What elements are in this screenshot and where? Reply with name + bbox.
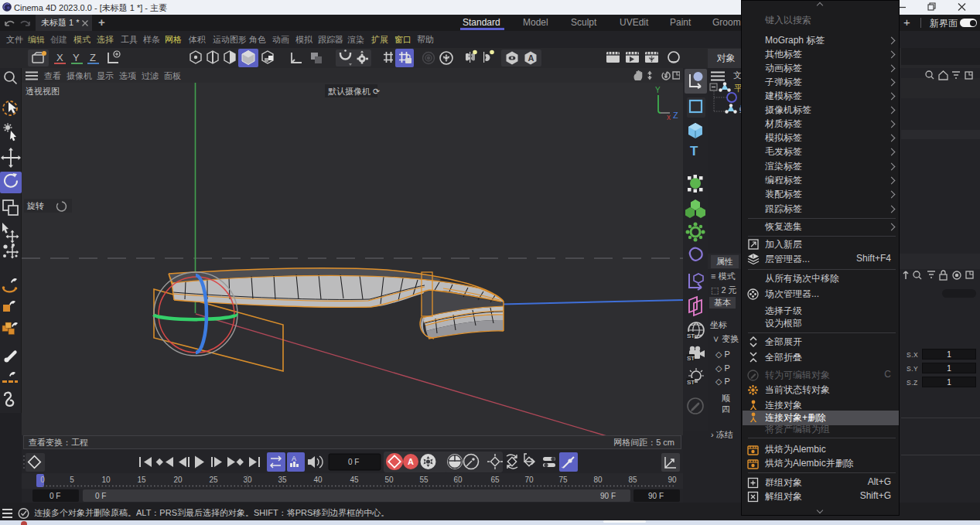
svg-text:x: x bbox=[667, 113, 671, 121]
svg-text:ST: ST bbox=[687, 355, 695, 362]
svg-text:A: A bbox=[292, 455, 296, 462]
svg-text:10: 10 bbox=[101, 476, 111, 484]
svg-text:0 F: 0 F bbox=[348, 458, 359, 466]
svg-text:0 F: 0 F bbox=[95, 492, 106, 500]
svg-text:90 F: 90 F bbox=[600, 492, 616, 500]
svg-text:25: 25 bbox=[209, 476, 218, 484]
svg-text:80: 80 bbox=[593, 476, 603, 484]
svg-text:A: A bbox=[408, 457, 414, 466]
svg-text:0 F: 0 F bbox=[50, 492, 60, 500]
svg-text:Y: Y bbox=[73, 52, 80, 63]
svg-text:Z: Z bbox=[673, 111, 678, 120]
svg-text:20: 20 bbox=[173, 476, 183, 484]
svg-text:50: 50 bbox=[384, 476, 394, 484]
svg-text:0: 0 bbox=[40, 476, 45, 484]
svg-text:A: A bbox=[528, 53, 534, 63]
svg-text:Z: Z bbox=[90, 52, 96, 63]
svg-text:35: 35 bbox=[278, 476, 287, 484]
svg-text:旋转: 旋转 bbox=[26, 201, 44, 210]
svg-text:5: 5 bbox=[70, 476, 74, 484]
svg-text:透视视图: 透视视图 bbox=[26, 87, 60, 96]
svg-text:ST: ST bbox=[687, 332, 695, 339]
svg-text:55: 55 bbox=[419, 476, 429, 484]
svg-text:90: 90 bbox=[668, 476, 677, 484]
svg-text:T: T bbox=[690, 144, 698, 159]
svg-text:40: 40 bbox=[313, 476, 323, 484]
svg-text:Y: Y bbox=[655, 86, 661, 94]
svg-text:90 F: 90 F bbox=[648, 492, 664, 500]
svg-text:75: 75 bbox=[558, 476, 568, 484]
svg-text:45: 45 bbox=[350, 476, 359, 484]
svg-text:X: X bbox=[56, 52, 63, 63]
svg-text:默认摄像机 ⟳: 默认摄像机 ⟳ bbox=[328, 87, 380, 96]
svg-text:ST: ST bbox=[687, 379, 695, 386]
svg-text:15: 15 bbox=[137, 476, 146, 484]
svg-text:85: 85 bbox=[628, 476, 637, 484]
svg-text:70: 70 bbox=[524, 476, 534, 484]
svg-text:65: 65 bbox=[490, 476, 500, 484]
